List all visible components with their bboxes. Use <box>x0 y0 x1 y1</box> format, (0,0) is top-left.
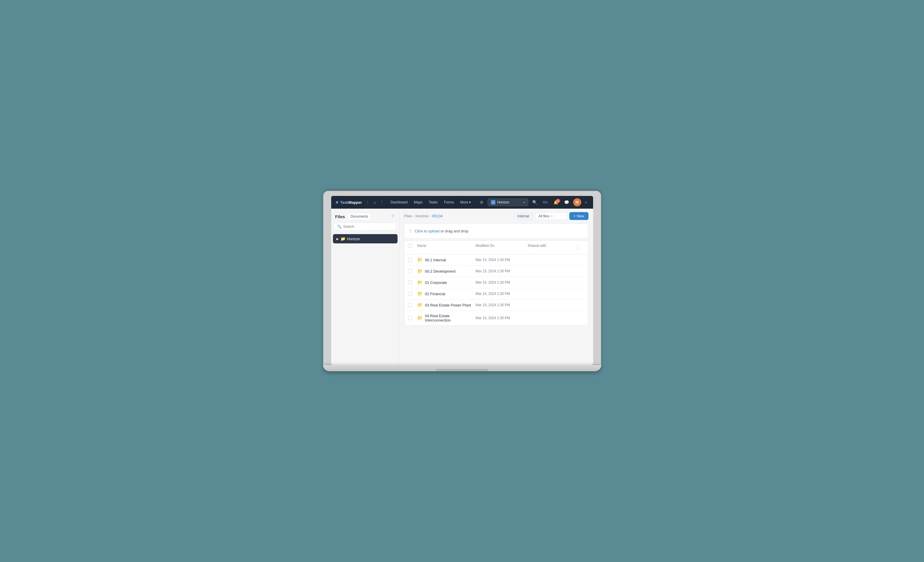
settings-button[interactable]: ⚙ <box>478 199 485 206</box>
nav-links: Dashboard Maps Tasks Forms More ▾ <box>388 199 476 206</box>
nav-divider-1: | <box>367 200 368 205</box>
content-area: Files › Horizon › 00134 Internal All fil… <box>399 209 593 365</box>
row-date-0: Mar 15, 2024 1:30 PM <box>476 258 528 262</box>
file-table: Name Modified On Shared with ⋮ <box>404 241 588 326</box>
row-folder-icon-5: 📁 <box>417 315 423 321</box>
tree-chevron-icon: ▶ <box>336 237 339 241</box>
table-row[interactable]: 📁 00.1 Internal Mar 15, 2024 1:30 PM <box>405 254 588 266</box>
home-button[interactable]: ⌂ <box>372 199 377 206</box>
documents-tab[interactable]: Documents <box>347 213 372 220</box>
table-row[interactable]: 📁 02 Financial Mar 15, 2024 1:30 PM <box>405 288 588 299</box>
notifications-button[interactable]: 🔔 8 <box>552 199 560 206</box>
file-type-label: All files <box>538 214 549 218</box>
search-button[interactable]: 🔍 <box>531 199 539 206</box>
checkbox-1[interactable] <box>408 269 412 273</box>
breadcrumb-horizon[interactable]: Horizon <box>416 214 429 218</box>
screen-bezel: ■ TaskMapper | ⌂ | Dashboard Maps Tasks … <box>323 191 601 365</box>
table-row[interactable]: 📁 01 Corporate Mar 15, 2024 1:30 PM <box>405 277 588 288</box>
row-date-1: Mar 15, 2024 1:30 PM <box>476 269 528 273</box>
checkbox-0[interactable] <box>408 258 412 262</box>
upload-drag-text: or drag and drop <box>440 229 468 233</box>
search-icon: 🔍 <box>337 224 342 229</box>
language-button[interactable]: EN <box>541 199 549 205</box>
row-date-5: Mar 15, 2024 1:30 PM <box>476 316 528 320</box>
workspace-selector[interactable]: ◎ Horizon ▾ <box>488 199 528 206</box>
file-table-wrapper: ↑ Click to upload or drag and drop <box>399 223 593 365</box>
home-icon: ⌂ <box>374 200 376 205</box>
row-folder-icon-2: 📁 <box>417 280 423 285</box>
upload-link[interactable]: Click to upload <box>415 229 440 233</box>
nav-link-forms[interactable]: Forms <box>441 199 457 206</box>
row-date-2: Mar 15, 2024 1:30 PM <box>476 280 528 284</box>
row-folder-icon-0: 📁 <box>417 257 423 263</box>
user-menu-chevron[interactable]: ▾ <box>584 200 588 205</box>
workspace-name: Horizon <box>497 200 509 204</box>
chat-icon: 💬 <box>564 200 569 205</box>
tree-item-label: Horizon <box>347 237 360 241</box>
upload-icon: ↑ <box>409 228 412 235</box>
table-row[interactable]: 📁 04 Real Estate Interconnection Mar 15,… <box>405 311 588 325</box>
table-header: Name Modified On Shared with ⋮ <box>405 241 588 254</box>
sidebar: Files Documents ? 🔍 ▶ 📁 Horizon <box>331 209 399 365</box>
notification-badge: 8 <box>556 199 560 203</box>
nav-link-dashboard[interactable]: Dashboard <box>388 199 411 206</box>
settings-icon: ⚙ <box>480 200 484 205</box>
brand-logo: ■ TaskMapper <box>336 200 362 205</box>
table-more-options[interactable]: ⋮ <box>574 244 580 251</box>
breadcrumb: Files › Horizon › 00134 <box>404 214 443 218</box>
row-checkbox-0 <box>408 258 417 262</box>
row-checkbox-4 <box>408 303 417 307</box>
new-label: New <box>577 214 584 218</box>
table-row[interactable]: 📁 03 Real Estate Power Plant Mar 15, 202… <box>405 299 588 311</box>
folder-icon: 📁 <box>340 236 345 241</box>
row-name-3: 📁 02 Financial <box>417 291 476 296</box>
header-actions: Internal All files ▾ + New <box>514 212 588 220</box>
user-avatar[interactable]: M <box>573 198 581 206</box>
nav-link-maps[interactable]: Maps <box>411 199 425 206</box>
sidebar-header: Files Documents ? <box>331 209 399 223</box>
header-checkbox[interactable] <box>408 244 412 248</box>
breadcrumb-sep-1: › <box>413 214 414 218</box>
checkbox-4[interactable] <box>408 303 412 307</box>
breadcrumb-current[interactable]: 00134 <box>432 214 442 218</box>
search-input[interactable] <box>344 224 393 229</box>
checkbox-3[interactable] <box>408 292 412 296</box>
breadcrumb-sep-2: › <box>430 214 431 218</box>
internal-filter-button[interactable]: Internal <box>514 212 533 220</box>
checkbox-5[interactable] <box>408 316 412 320</box>
upload-zone[interactable]: ↑ Click to upload or drag and drop <box>404 223 588 239</box>
row-folder-icon-3: 📁 <box>417 291 423 296</box>
row-checkbox-3 <box>408 292 417 296</box>
row-date-3: Mar 15, 2024 1:30 PM <box>476 292 528 296</box>
sidebar-tree: ▶ 📁 Horizon <box>331 233 399 365</box>
new-button[interactable]: + New <box>569 212 588 220</box>
nav-link-tasks[interactable]: Tasks <box>426 199 441 206</box>
laptop-container: ■ TaskMapper | ⌂ | Dashboard Maps Tasks … <box>323 191 601 371</box>
chat-button[interactable]: 💬 <box>562 199 571 206</box>
sidebar-item-horizon[interactable]: ▶ 📁 Horizon <box>333 234 398 244</box>
workspace-chevron: ▾ <box>524 201 525 204</box>
row-name-4: 📁 03 Real Estate Power Plant <box>417 302 476 308</box>
top-nav: ■ TaskMapper | ⌂ | Dashboard Maps Tasks … <box>331 196 593 209</box>
checkbox-2[interactable] <box>408 280 412 284</box>
search-box[interactable]: 🔍 <box>334 223 396 231</box>
brand-icon: ■ <box>336 200 339 205</box>
laptop-screen: ■ TaskMapper | ⌂ | Dashboard Maps Tasks … <box>331 196 593 365</box>
table-row[interactable]: 📁 00.2 Development Mar 15, 2024 1:30 PM <box>405 266 588 277</box>
row-folder-icon-4: 📁 <box>417 302 423 308</box>
col-modified: Modified On <box>476 244 528 251</box>
brand-task: TaskMapper <box>340 200 362 205</box>
workspace-icon: ◎ <box>491 200 495 205</box>
nav-more-button[interactable]: More ▾ <box>458 199 474 206</box>
nav-divider-2: | <box>381 200 382 205</box>
files-title: Files <box>335 214 345 219</box>
file-type-select[interactable]: All files ▾ <box>535 212 567 220</box>
row-checkbox-5 <box>408 316 417 320</box>
upload-text: Click to upload or drag and drop <box>415 229 468 233</box>
breadcrumb-files[interactable]: Files <box>404 214 412 218</box>
new-plus-icon: + <box>573 214 576 218</box>
row-name-0: 📁 00.1 Internal <box>417 257 476 263</box>
col-actions: ⋮ <box>574 244 585 251</box>
help-button[interactable]: ? <box>390 213 395 220</box>
row-date-4: Mar 15, 2024 1:30 PM <box>476 303 528 307</box>
